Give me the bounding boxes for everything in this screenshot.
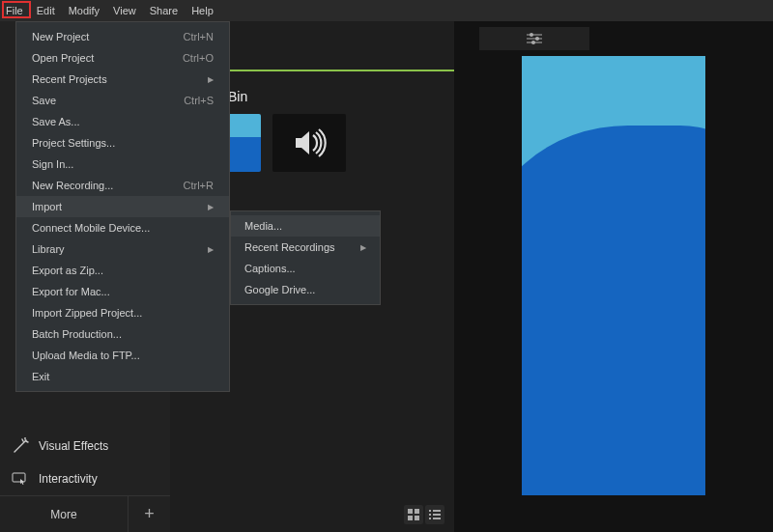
svg-rect-6 [433,510,441,512]
menu-item-upload-ftp[interactable]: Upload Media to FTP... [16,345,229,366]
svg-rect-8 [433,514,441,516]
chevron-right-icon: ▶ [208,203,214,211]
menu-item-exit[interactable]: Exit [16,366,229,387]
menu-modify[interactable]: Modify [69,5,100,16]
submenu-item-recent-recordings[interactable]: Recent Recordings▶ [231,237,380,258]
menu-item-sign-in[interactable]: Sign In... [16,154,229,175]
chevron-right-icon: ▶ [208,245,214,254]
submenu-item-google-drive[interactable]: Google Drive... [231,279,380,300]
add-button[interactable]: + [128,496,170,532]
menu-help[interactable]: Help [191,5,214,16]
file-menu: New ProjectCtrl+N Open ProjectCtrl+O Rec… [15,21,230,392]
chevron-right-icon: ▶ [360,243,366,252]
menu-item-new-project[interactable]: New ProjectCtrl+N [16,26,229,47]
svg-point-14 [535,37,539,41]
svg-point-16 [531,41,535,44]
speaker-icon [290,124,329,162]
svg-rect-10 [433,518,441,519]
menu-item-new-recording[interactable]: New Recording...Ctrl+R [16,175,229,196]
menu-item-connect-mobile[interactable]: Connect Mobile Device... [16,217,229,238]
menu-item-export-mac[interactable]: Export for Mac... [16,281,229,302]
preview-panel [454,21,773,532]
preview-canvas[interactable] [522,56,705,495]
menu-item-save-as[interactable]: Save As... [16,111,229,132]
svg-rect-1 [408,509,413,514]
menu-share[interactable]: Share [150,5,178,16]
menu-item-open-project[interactable]: Open ProjectCtrl+O [16,47,229,69]
menubar: File Edit Modify View Share Help [0,0,773,21]
menu-item-project-settings[interactable]: Project Settings... [16,132,229,154]
svg-rect-3 [408,516,413,520]
sliders-icon [527,33,542,44]
sidebar-label: Interactivity [39,472,98,486]
svg-point-12 [530,33,533,37]
menu-item-export-zip[interactable]: Export as Zip... [16,260,229,281]
menu-item-import[interactable]: Import▶ [16,196,229,217]
properties-button[interactable] [479,27,589,50]
menu-item-save[interactable]: SaveCtrl+S [16,90,229,111]
grid-view-button[interactable] [404,505,423,524]
chevron-right-icon: ▶ [208,75,214,84]
sidebar-more-row: More + [0,495,170,532]
menu-view[interactable]: View [113,5,136,16]
wave-graphic [522,126,705,495]
menu-file[interactable]: File [6,5,23,16]
interactivity-icon [12,470,29,488]
svg-rect-0 [13,473,25,482]
svg-rect-2 [415,509,419,514]
svg-rect-7 [429,514,431,516]
list-view-button[interactable] [425,505,444,524]
menu-item-library[interactable]: Library▶ [16,238,229,260]
menu-item-import-zipped[interactable]: Import Zipped Project... [16,302,229,323]
media-thumb-audio[interactable] [272,114,346,172]
svg-rect-5 [429,510,431,512]
wand-icon [12,437,29,455]
more-button[interactable]: More [0,500,128,529]
sidebar-interactivity[interactable]: Interactivity [0,462,170,495]
sidebar-label: Visual Effects [39,439,108,453]
import-submenu: Media... Recent Recordings▶ Captions... … [230,210,381,305]
svg-rect-4 [415,516,419,520]
menu-edit[interactable]: Edit [37,5,55,16]
svg-rect-9 [429,518,431,519]
menu-item-batch[interactable]: Batch Production... [16,323,229,345]
submenu-item-captions[interactable]: Captions... [231,258,380,279]
submenu-item-media[interactable]: Media... [231,215,380,237]
menu-item-recent-projects[interactable]: Recent Projects▶ [16,69,229,90]
view-toggles [170,497,454,532]
sidebar-visual-effects[interactable]: Visual Effects [0,430,170,462]
